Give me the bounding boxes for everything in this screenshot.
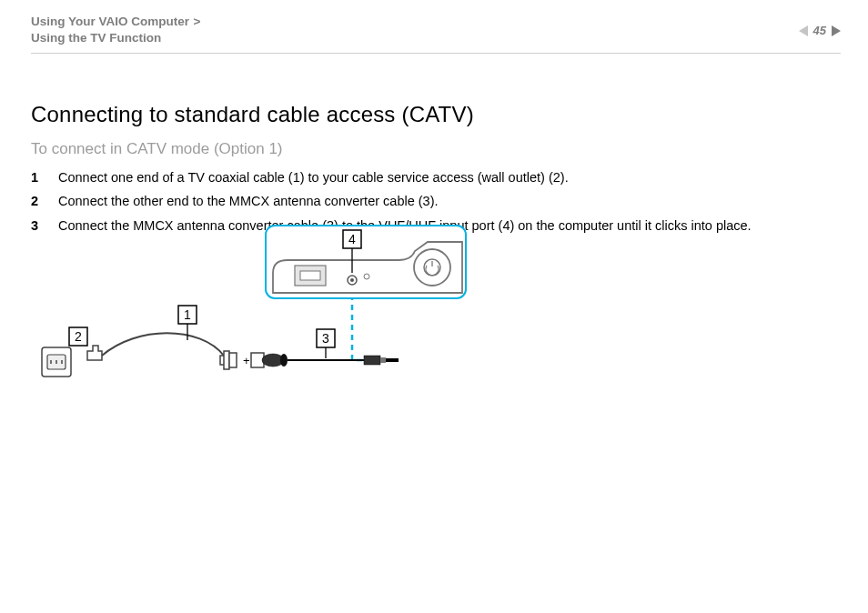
page-subtitle: To connect in CATV mode (Option 1) bbox=[31, 140, 837, 158]
breadcrumb-separator: > bbox=[193, 15, 200, 28]
step-text: Connect the other end to the MMCX antenn… bbox=[58, 191, 837, 211]
page-number: 45 bbox=[813, 24, 826, 37]
breadcrumb: Using Your VAIO Computer > bbox=[31, 13, 841, 29]
svg-rect-13 bbox=[229, 353, 237, 367]
callout-4: 4 bbox=[343, 230, 361, 248]
callout-2: 2 bbox=[69, 327, 87, 346]
callout-3: 3 bbox=[317, 329, 335, 347]
page: Using Your VAIO Computer > Using the TV … bbox=[0, 0, 868, 613]
svg-text:3: 3 bbox=[322, 331, 329, 346]
callout-1: 1 bbox=[178, 306, 197, 324]
plus-symbol: + bbox=[243, 354, 250, 367]
step-number: 2 bbox=[31, 191, 58, 211]
computer-port-panel bbox=[266, 226, 466, 298]
next-page-arrow-icon[interactable] bbox=[832, 25, 841, 36]
prev-page-arrow-icon[interactable] bbox=[799, 25, 808, 36]
coaxial-cable bbox=[87, 333, 237, 369]
svg-rect-20 bbox=[386, 358, 399, 362]
step-item: 1 Connect one end of a TV coaxial cable … bbox=[31, 167, 837, 187]
step-item: 2 Connect the other end to the MMCX ante… bbox=[31, 191, 837, 211]
page-header: Using Your VAIO Computer > Using the TV … bbox=[31, 13, 841, 54]
svg-point-16 bbox=[280, 354, 288, 367]
svg-text:4: 4 bbox=[348, 232, 356, 246]
diagram-svg: + 2 bbox=[36, 226, 510, 407]
step-number: 1 bbox=[31, 167, 58, 187]
svg-point-6 bbox=[350, 278, 354, 282]
svg-rect-19 bbox=[380, 357, 386, 363]
page-nav: 45 bbox=[799, 24, 841, 37]
content-area: Connecting to standard cable access (CAT… bbox=[31, 102, 837, 239]
svg-rect-4 bbox=[300, 271, 320, 280]
mmcx-converter-cable bbox=[251, 353, 399, 367]
svg-text:1: 1 bbox=[184, 307, 191, 322]
svg-rect-18 bbox=[364, 356, 380, 365]
step-text: Connect one end of a TV coaxial cable (1… bbox=[58, 167, 837, 187]
svg-text:2: 2 bbox=[75, 329, 82, 344]
breadcrumb-level-2: Using the TV Function bbox=[31, 31, 841, 45]
page-title: Connecting to standard cable access (CAT… bbox=[31, 102, 837, 127]
breadcrumb-level-1: Using Your VAIO Computer bbox=[31, 15, 189, 28]
diagram-area: + 2 bbox=[36, 226, 510, 407]
wall-outlet bbox=[42, 347, 71, 377]
